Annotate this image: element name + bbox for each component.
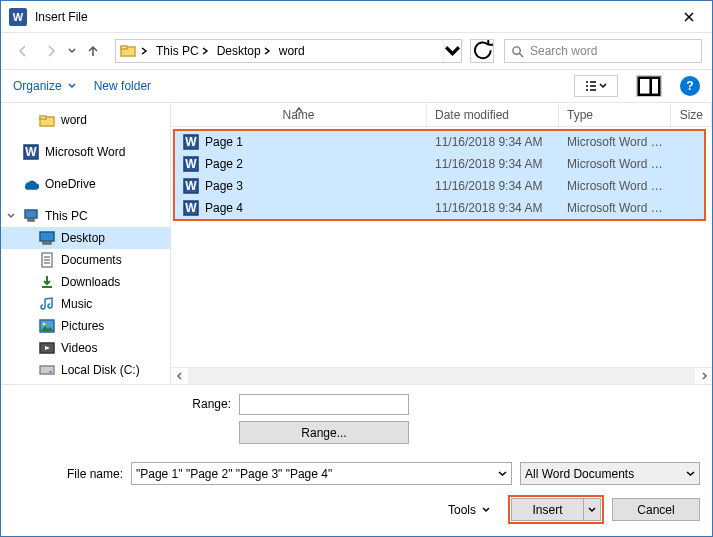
file-date: 11/16/2018 9:34 AM: [427, 157, 559, 171]
nav-tree[interactable]: wordWMicrosoft WordOneDriveThis PCDeskto…: [1, 103, 171, 384]
file-date: 11/16/2018 9:34 AM: [427, 179, 559, 193]
refresh-button[interactable]: [470, 39, 494, 63]
column-type[interactable]: Type: [559, 103, 671, 126]
forward-button[interactable]: [39, 39, 63, 63]
thispc-icon: [23, 208, 39, 224]
file-row[interactable]: WPage 211/16/2018 9:34 AMMicrosoft Word …: [175, 153, 704, 175]
filename-input[interactable]: [136, 467, 491, 481]
insert-dropdown-button[interactable]: [583, 498, 601, 521]
file-date: 11/16/2018 9:34 AM: [427, 201, 559, 215]
insert-button[interactable]: Insert: [511, 498, 583, 521]
file-name: Page 1: [205, 135, 243, 149]
breadcrumb-seg[interactable]: Desktop: [217, 44, 261, 58]
svg-rect-17: [49, 371, 52, 373]
chevron-down-icon[interactable]: [686, 467, 695, 481]
tree-item-label: Desktop: [61, 231, 105, 245]
address-bar[interactable]: This PC Desktop word: [115, 39, 462, 63]
music-icon: [39, 296, 55, 312]
scroll-left-button[interactable]: [171, 368, 188, 385]
file-list-pane: Name Date modified Type Size WPage 111/1…: [171, 103, 712, 384]
filename-combo[interactable]: [131, 462, 512, 485]
column-date[interactable]: Date modified: [427, 103, 559, 126]
svg-point-2: [513, 46, 520, 53]
tree-item-label: This PC: [45, 209, 88, 223]
range-button[interactable]: Range...: [239, 421, 409, 444]
recent-locations-button[interactable]: [67, 47, 77, 55]
column-headers[interactable]: Name Date modified Type Size: [171, 103, 712, 127]
file-row[interactable]: WPage 311/16/2018 9:34 AMMicrosoft Word …: [175, 175, 704, 197]
desktop-icon: [39, 230, 55, 246]
range-input[interactable]: [239, 394, 409, 415]
tree-item[interactable]: Music: [1, 293, 170, 315]
folder-icon: [39, 112, 55, 128]
tree-item-label: OneDrive: [45, 177, 96, 191]
up-button[interactable]: [81, 39, 105, 63]
tree-item[interactable]: Videos: [1, 337, 170, 359]
file-type-filter[interactable]: All Word Documents: [520, 462, 700, 485]
insert-button-highlight: Insert: [508, 495, 604, 524]
word-doc-icon: W: [183, 156, 199, 172]
file-row[interactable]: WPage 411/16/2018 9:34 AMMicrosoft Word …: [175, 197, 704, 219]
tree-item[interactable]: Local Disk (C:): [1, 359, 170, 381]
search-input[interactable]: [530, 44, 695, 58]
search-icon: [511, 45, 524, 58]
address-history-button[interactable]: [443, 40, 461, 62]
videos-icon: [39, 340, 55, 356]
tree-item[interactable]: This PC: [1, 205, 170, 227]
tree-item[interactable]: Desktop: [1, 227, 170, 249]
window-title: Insert File: [35, 10, 666, 24]
file-type: Microsoft Word D...: [559, 135, 671, 149]
search-box[interactable]: [504, 39, 702, 63]
tree-item-label: Microsoft Word: [45, 145, 125, 159]
insert-file-dialog: W Insert File This PC Desktop word Organ…: [0, 0, 713, 537]
back-button[interactable]: [11, 39, 35, 63]
chevron-down-icon[interactable]: [498, 467, 507, 481]
view-options-button[interactable]: [574, 75, 618, 97]
svg-rect-16: [40, 366, 54, 374]
organize-button[interactable]: Organize: [13, 79, 76, 93]
column-size[interactable]: Size: [671, 103, 712, 126]
tree-item[interactable]: word: [1, 109, 170, 131]
cancel-button[interactable]: Cancel: [612, 498, 700, 521]
sort-asc-icon: [295, 103, 303, 116]
chevron-down-icon: [68, 82, 76, 90]
tree-item-label: word: [61, 113, 87, 127]
tree-item-label: Local Disk (C:): [61, 363, 140, 377]
tools-button[interactable]: Tools: [448, 503, 490, 517]
tree-item[interactable]: Downloads: [1, 271, 170, 293]
toolbar: Organize New folder ?: [1, 69, 712, 103]
chevron-down-icon: [482, 506, 490, 514]
svg-text:W: W: [185, 135, 197, 149]
horizontal-scrollbar[interactable]: [171, 367, 712, 384]
tree-item[interactable]: Documents: [1, 249, 170, 271]
file-name: Page 3: [205, 179, 243, 193]
tree-item[interactable]: OneDrive: [1, 173, 170, 195]
tree-item-label: Downloads: [61, 275, 120, 289]
word-doc-icon: W: [183, 134, 199, 150]
svg-rect-1: [121, 46, 127, 49]
file-row[interactable]: WPage 111/16/2018 9:34 AMMicrosoft Word …: [175, 131, 704, 153]
tree-item-label: Documents: [61, 253, 122, 267]
pictures-icon: [39, 318, 55, 334]
preview-pane-button[interactable]: [636, 75, 662, 97]
svg-rect-11: [43, 242, 51, 244]
tree-item[interactable]: Pictures: [1, 315, 170, 337]
file-type: Microsoft Word D...: [559, 201, 671, 215]
breadcrumb-seg[interactable]: word: [279, 44, 305, 58]
tree-item-label: Music: [61, 297, 92, 311]
help-button[interactable]: ?: [680, 76, 700, 96]
column-name[interactable]: Name: [171, 103, 427, 126]
breadcrumb-seg[interactable]: This PC: [156, 44, 199, 58]
svg-text:W: W: [185, 179, 197, 193]
selection-highlight: WPage 111/16/2018 9:34 AMMicrosoft Word …: [173, 129, 706, 221]
bottom-panel: Range: Range... File name: All Word Docu…: [1, 384, 712, 536]
close-button[interactable]: [666, 1, 712, 32]
new-folder-button[interactable]: New folder: [94, 79, 151, 93]
file-name: Page 4: [205, 201, 243, 215]
scroll-right-button[interactable]: [695, 368, 712, 385]
file-type: Microsoft Word D...: [559, 157, 671, 171]
word-app-icon: W: [9, 8, 27, 26]
word-doc-icon: W: [183, 200, 199, 216]
disk-icon: [39, 362, 55, 378]
tree-item[interactable]: WMicrosoft Word: [1, 141, 170, 163]
